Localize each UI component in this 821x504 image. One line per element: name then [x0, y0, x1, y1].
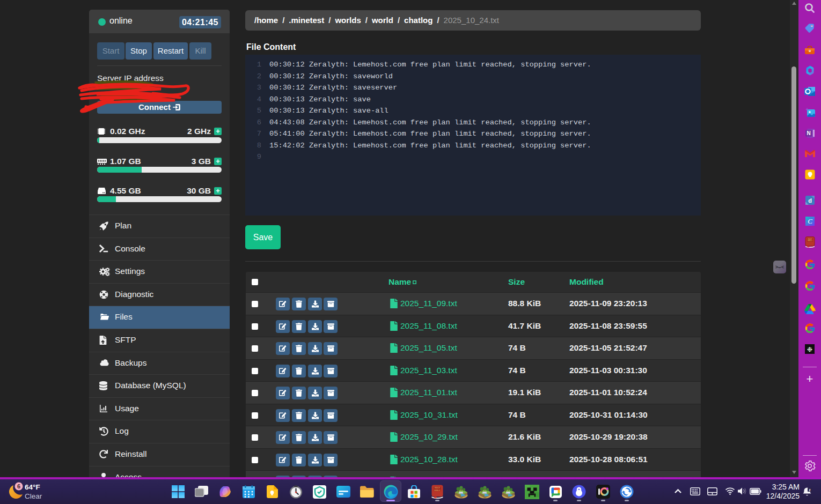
svg-text:z: z	[809, 488, 811, 492]
svg-text:6: 6	[17, 483, 20, 490]
svg-text:BIBLE: BIBLE	[807, 240, 812, 242]
svg-text:❉: ❉	[807, 346, 812, 353]
svg-text:C: C	[808, 217, 812, 225]
svg-text:d: d	[808, 197, 812, 203]
svg-text:BIBLE: BIBLE	[434, 489, 441, 492]
svg-text:N: N	[807, 130, 810, 136]
